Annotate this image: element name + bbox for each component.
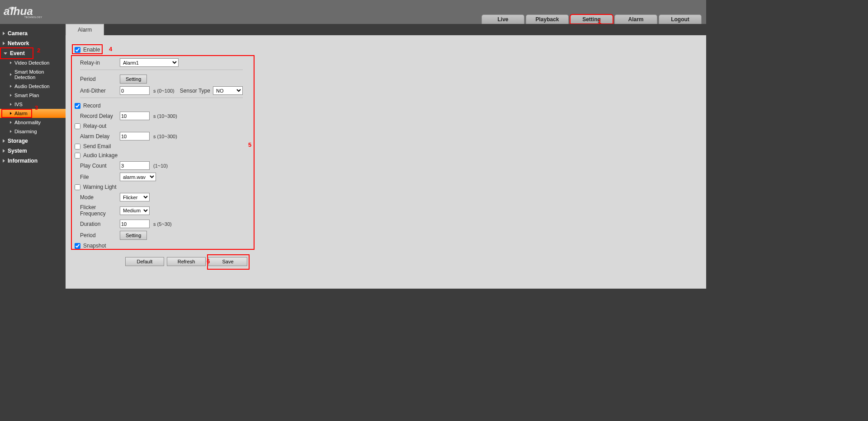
annotation-6: 6 [207, 258, 210, 265]
sidebar-label: Network [8, 40, 29, 47]
sidebar-label: Alarm [14, 111, 28, 116]
relay-out-checkbox[interactable] [75, 123, 80, 129]
sidebar-label: Event [10, 50, 25, 56]
top-nav: Live Playback Setting Alarm Logout [481, 14, 702, 24]
nav-logout[interactable]: Logout [659, 14, 702, 24]
nav-alarm[interactable]: Alarm [614, 14, 657, 24]
svg-text:TECHNOLOGY: TECHNOLOGY [24, 16, 42, 18]
default-button[interactable]: Default [125, 257, 164, 266]
sidebar-disarming[interactable]: Disarming [0, 127, 66, 136]
sidebar-audio-detection[interactable]: Audio Detection [0, 82, 66, 91]
sidebar-label: Audio Detection [14, 84, 50, 89]
snapshot-checkbox[interactable] [75, 243, 80, 249]
sidebar-label: System [8, 148, 27, 154]
anti-dither-label: Anti-Dither [80, 88, 120, 94]
sidebar-label: IVS [14, 102, 23, 107]
sidebar-event[interactable]: Event [1, 48, 33, 58]
svg-text:lhua: lhua [10, 5, 33, 17]
flicker-freq-label: Flicker Frequency [80, 204, 120, 217]
send-email-label: Send Email [83, 143, 111, 150]
play-count-hint: (1~10) [153, 163, 168, 168]
sidebar-label: Storage [8, 138, 28, 144]
record-delay-hint: s (10~300) [153, 113, 177, 119]
alarm-delay-hint: s (10~300) [153, 134, 177, 139]
relay-in-select[interactable]: Alarm1 [120, 58, 179, 67]
enable-checkbox[interactable] [75, 47, 80, 53]
save-button[interactable]: Save [208, 257, 247, 266]
nav-playback[interactable]: Playback [526, 14, 569, 24]
mode-label: Mode [80, 194, 120, 201]
send-email-checkbox[interactable] [75, 144, 80, 150]
sidebar-network[interactable]: Network [0, 38, 66, 48]
audio-linkage-label: Audio Linkage [83, 152, 118, 159]
alarm-delay-input[interactable] [120, 132, 150, 140]
snapshot-label: Snapshot [83, 243, 106, 249]
sidebar-video-detection[interactable]: Video Detection [0, 58, 66, 67]
sidebar: Camera Network Event 2 Video Detection S… [0, 24, 66, 289]
audio-linkage-checkbox[interactable] [75, 153, 80, 159]
sidebar-label: Disarming [14, 129, 37, 134]
warning-light-label: Warning Light [83, 184, 117, 190]
period-label: Period [80, 76, 120, 82]
duration-input[interactable] [120, 220, 150, 228]
content-panel: Enable 4 Relay-in Alarm1 Period Setting [66, 35, 706, 289]
duration-hint: s (5~30) [153, 221, 172, 227]
sidebar-information[interactable]: Information [0, 156, 66, 166]
record-delay-label: Record Delay [80, 113, 120, 119]
sidebar-storage[interactable]: Storage [0, 136, 66, 146]
tabbar: Alarm [66, 24, 706, 35]
annotation-4: 4 [109, 46, 112, 52]
refresh-button[interactable]: Refresh [167, 257, 206, 266]
sidebar-label: Information [8, 158, 38, 164]
sidebar-label: Camera [8, 30, 28, 37]
sidebar-smart-plan[interactable]: Smart Plan [0, 91, 66, 100]
sidebar-abnormality[interactable]: Abnormality [0, 118, 66, 127]
mode-select[interactable]: Flicker [120, 193, 150, 201]
sidebar-system[interactable]: System [0, 146, 66, 156]
annotation-5: 5 [248, 141, 251, 148]
annotation-2: 2 [37, 47, 40, 54]
nav-live[interactable]: Live [481, 14, 524, 24]
flicker-freq-select[interactable]: Medium [120, 206, 150, 215]
sensor-type-select[interactable]: NO [213, 86, 243, 95]
period2-label: Period [80, 232, 120, 239]
annotation-3: 3 [35, 104, 38, 111]
period2-setting-button[interactable]: Setting [120, 231, 147, 240]
relay-out-label: Relay-out [83, 123, 106, 129]
relay-in-label: Relay-in [80, 60, 120, 66]
anti-dither-hint: s (0~100) [153, 88, 175, 94]
record-checkbox[interactable] [75, 103, 80, 109]
logo: a lhua TECHNOLOGY [4, 4, 65, 21]
sidebar-alarm[interactable]: Alarm [0, 109, 66, 118]
sensor-type-label: Sensor Type [180, 88, 210, 94]
sidebar-label: Abnormality [14, 120, 41, 125]
sidebar-camera[interactable]: Camera [0, 28, 66, 38]
sidebar-ivs[interactable]: IVS [0, 100, 66, 109]
sidebar-label: Video Detection [14, 60, 49, 65]
svg-text:a: a [4, 5, 10, 17]
record-label: Record [83, 103, 101, 109]
warning-light-checkbox[interactable] [75, 184, 80, 190]
duration-label: Duration [80, 221, 120, 227]
tab-alarm[interactable]: Alarm [66, 24, 104, 35]
sidebar-label: Smart Plan [14, 93, 39, 98]
top-header: a lhua TECHNOLOGY Live Playback Setting … [0, 0, 706, 24]
sidebar-smart-motion[interactable]: Smart Motion Detection [0, 67, 66, 82]
alarm-delay-label: Alarm Delay [80, 133, 120, 140]
record-delay-input[interactable] [120, 112, 150, 120]
anti-dither-input[interactable] [120, 86, 150, 95]
period-setting-button[interactable]: Setting [120, 75, 147, 84]
enable-label: Enable [83, 47, 100, 53]
sidebar-label: Smart Motion Detection [14, 69, 63, 80]
file-label: File [80, 174, 120, 180]
play-count-label: Play Count [80, 163, 120, 169]
file-select[interactable]: alarm.wav [120, 173, 156, 181]
nav-setting[interactable]: Setting [570, 14, 613, 24]
play-count-input[interactable] [120, 161, 150, 170]
